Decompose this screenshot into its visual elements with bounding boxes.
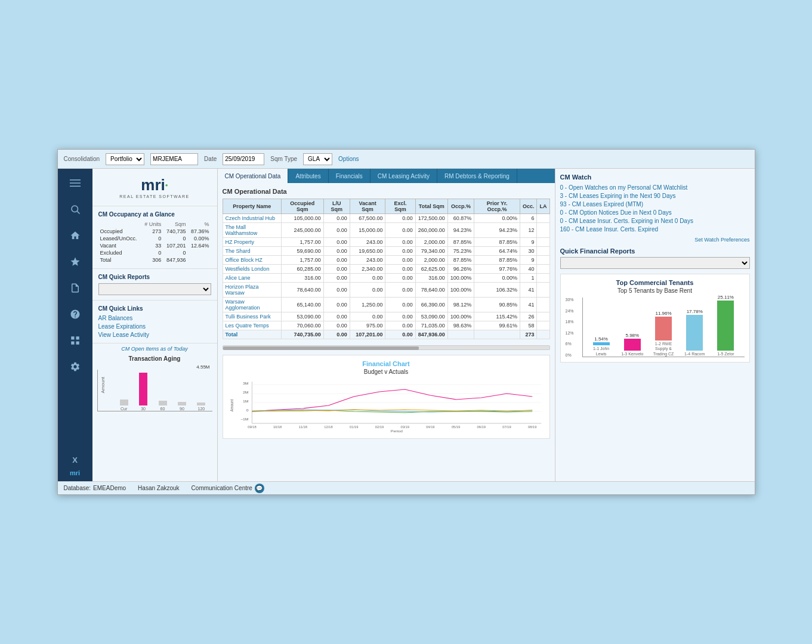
quick-link-item[interactable]: AR Balances — [98, 315, 211, 321]
star-icon[interactable] — [66, 252, 85, 271]
cm-watch-item[interactable]: 160 - CM Lease Insur. Certs. Expired — [560, 226, 750, 233]
data-cell: 0.00 — [350, 283, 385, 298]
table-header: Total Sqm — [415, 199, 447, 214]
consolidation-select[interactable]: Portfolio — [106, 153, 144, 165]
svg-text:2M: 2M — [243, 390, 249, 394]
bar-rect — [655, 317, 672, 340]
data-cell: 66,390.00 — [415, 298, 447, 312]
data-cell: 100.00% — [447, 312, 474, 321]
property-name-cell[interactable]: Warsaw Agglomeration — [223, 298, 282, 312]
quick-fin-select[interactable] — [560, 257, 750, 269]
data-cell: 1 — [520, 274, 537, 283]
tab-financials[interactable]: Financials — [329, 169, 371, 183]
occupancy-cell: 0 — [141, 235, 163, 242]
data-cell: 62,625.00 — [415, 265, 447, 274]
data-cell: 19,650.00 — [350, 247, 385, 256]
occupancy-cell: 273 — [141, 228, 163, 235]
comm-centre[interactable]: Communication Centre 💬 — [192, 484, 264, 493]
tab-attributes[interactable]: Attributes — [288, 169, 328, 183]
data-cell: 107,201.00 — [350, 330, 385, 339]
data-cell: 59,690.00 — [282, 247, 324, 256]
data-cell: 0.00 — [323, 247, 350, 256]
data-cell: 41 — [520, 283, 537, 298]
tabs-row: CM Operational DataAttributesFinancialsC… — [218, 169, 555, 183]
tab-cm-operational[interactable]: CM Operational Data — [218, 169, 289, 183]
occupancy-cell: 0.00% — [188, 235, 211, 242]
menu-icon[interactable] — [66, 174, 85, 193]
bar-rect — [593, 342, 610, 345]
data-cell: 0.00 — [350, 312, 385, 321]
help-icon[interactable] — [66, 305, 85, 324]
user-info: Hasan Zakzouk — [138, 485, 179, 491]
property-name-cell[interactable]: Czech Industrial Hub — [223, 214, 282, 223]
svg-text:05/19: 05/19 — [451, 425, 459, 429]
grid-icon[interactable] — [66, 331, 85, 350]
bar-pct-label: 17.78% — [687, 309, 703, 314]
property-name-cell[interactable]: Horizon Plaza Warsaw — [223, 283, 282, 298]
table-header: Occp.% — [447, 199, 474, 214]
tenant-bar: 17.78%1-4 Racom — [681, 309, 708, 357]
bar-rect — [624, 339, 641, 351]
main-scroll[interactable]: CM Operational Data Property NameOccupie… — [218, 183, 555, 481]
svg-text:09/18: 09/18 — [248, 425, 256, 429]
cm-watch-item[interactable]: 93 - CM Leases Expired (MTM) — [560, 201, 750, 208]
entity-input[interactable] — [150, 153, 198, 165]
property-name-cell[interactable]: Office Block HZ — [223, 256, 282, 265]
user-name: Hasan Zakzouk — [138, 485, 179, 491]
svg-text:02/19: 02/19 — [375, 425, 383, 429]
property-name-cell[interactable]: HZ Property — [223, 238, 282, 247]
property-name-cell[interactable]: Total — [223, 330, 282, 339]
consolidation-label: Consolidation — [64, 156, 100, 162]
quick-links-list: AR BalancesLease ExpirationsView Lease A… — [98, 315, 211, 338]
data-cell: 78,640.00 — [415, 283, 447, 298]
table-scrollbar[interactable] — [223, 345, 550, 350]
aging-chart: Amount Cur 30 60 — [97, 370, 212, 411]
database-label: Database: — [64, 485, 91, 491]
tab-cm-leasing[interactable]: CM Leasing Activity — [371, 169, 437, 183]
data-cell: 41 — [520, 298, 537, 312]
table-header: Occ. — [520, 199, 537, 214]
cm-watch-item[interactable]: 3 - CM Leases Expiring in the Next 90 Da… — [560, 193, 750, 199]
bar-pct-label: 1.54% — [594, 336, 608, 342]
property-name-cell[interactable]: The Shard — [223, 247, 282, 256]
bar-rect — [686, 315, 703, 351]
data-cell — [537, 312, 549, 321]
occupancy-cell: 740,735 — [163, 228, 187, 235]
data-cell: 1,250.00 — [350, 298, 385, 312]
home-icon[interactable] — [66, 226, 85, 245]
cm-watch-item[interactable]: 0 - CM Option Notices Due in Next 0 Days — [560, 209, 750, 216]
bar-name-label: 1-1 John Lewis — [588, 346, 615, 357]
data-cell: 100.00% — [447, 283, 474, 298]
settings-icon[interactable] — [66, 357, 85, 376]
search-icon[interactable] — [66, 200, 85, 219]
svg-text:08/19: 08/19 — [528, 425, 536, 429]
quick-reports-select[interactable] — [98, 283, 211, 295]
data-cell: 106.32% — [474, 283, 520, 298]
data-cell: 0.00% — [474, 274, 520, 283]
data-cell: 1,757.00 — [282, 256, 324, 265]
data-cell: 0.00 — [323, 312, 350, 321]
occupancy-cell: 0 — [163, 235, 187, 242]
tab-rm-debtors[interactable]: RM Debtors & Reporting — [437, 169, 517, 183]
quick-link-item[interactable]: Lease Expirations — [98, 323, 211, 330]
data-cell: 9 — [520, 256, 537, 265]
property-name-cell[interactable]: Westfields London — [223, 265, 282, 274]
occ-col-sqm: Sqm — [163, 221, 187, 228]
property-name-cell[interactable]: Les Quatre Temps — [223, 321, 282, 330]
main-area: CM Operational DataAttributesFinancialsC… — [218, 169, 555, 481]
data-cell: 0.00 — [385, 247, 415, 256]
cm-watch-item[interactable]: 0 - CM Lease Insur. Certs. Expiring in N… — [560, 218, 750, 224]
property-name-cell[interactable]: Tulli Business Park — [223, 312, 282, 321]
options-link[interactable]: Options — [338, 156, 359, 162]
svg-text:−1M: −1M — [240, 417, 248, 420]
date-input[interactable] — [223, 153, 264, 165]
sqm-type-select[interactable]: GLA — [303, 153, 332, 165]
property-name-cell[interactable]: The Mall Walthamstow — [223, 223, 282, 238]
property-name-cell[interactable]: Alice Lane — [223, 274, 282, 283]
set-watch-link[interactable]: Set Watch Preferences — [560, 237, 750, 243]
file-icon[interactable] — [66, 278, 85, 298]
cm-watch-item[interactable]: 0 - Open Watches on my Personal CM Watch… — [560, 184, 750, 191]
quick-link-item[interactable]: View Lease Activity — [98, 332, 211, 338]
occupancy-cell: Occupied — [98, 228, 142, 235]
svg-text:10/18: 10/18 — [273, 425, 281, 429]
